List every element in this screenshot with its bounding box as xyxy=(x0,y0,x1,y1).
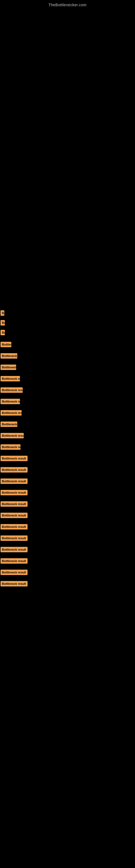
result-item: Bottleneck result xyxy=(0,558,135,565)
result-badge[interactable]: Bottleneck result xyxy=(1,410,21,415)
results-area: Bottleneck resultBottleneck resultBottle… xyxy=(0,308,135,592)
result-item: Bottleneck result xyxy=(0,569,135,576)
result-item: Bottleneck result xyxy=(0,310,135,317)
result-badge[interactable]: Bottleneck result xyxy=(1,581,28,586)
result-item: Bottleneck result xyxy=(0,581,135,588)
result-badge[interactable]: Bottleneck result xyxy=(1,467,28,472)
result-badge[interactable]: Bottleneck result xyxy=(1,490,28,495)
result-badge[interactable]: Bottleneck result xyxy=(1,433,24,438)
result-badge[interactable]: Bottleneck result xyxy=(1,399,20,404)
result-badge[interactable]: Bottleneck result xyxy=(1,310,4,316)
result-item: Bottleneck result xyxy=(0,433,135,439)
result-item: Bottleneck result xyxy=(0,524,135,531)
result-badge[interactable]: Bottleneck result xyxy=(1,478,28,484)
chart-area xyxy=(0,9,135,308)
result-item: Bottleneck result xyxy=(0,467,135,474)
result-item: Bottleneck result xyxy=(0,353,135,360)
result-badge[interactable]: Bottleneck result xyxy=(1,353,17,359)
result-item: Bottleneck result xyxy=(0,444,135,451)
result-badge[interactable]: Bottleneck result xyxy=(1,422,17,427)
result-item: Bottleneck result xyxy=(0,456,135,462)
result-item: Bottleneck result xyxy=(0,320,135,327)
result-badge[interactable]: Bottleneck result xyxy=(1,501,28,507)
result-badge[interactable]: Bottleneck result xyxy=(1,330,5,335)
result-item: Bottleneck result xyxy=(0,342,135,348)
result-item: Bottleneck result xyxy=(0,365,135,371)
result-item: Bottleneck result xyxy=(0,547,135,553)
result-item: Bottleneck result xyxy=(0,535,135,542)
result-badge[interactable]: Bottleneck result xyxy=(1,513,28,518)
result-badge[interactable]: Bottleneck result xyxy=(1,456,28,461)
result-item: Bottleneck result xyxy=(0,410,135,416)
result-item: Bottleneck result xyxy=(0,513,135,519)
result-item: Bottleneck result xyxy=(0,399,135,405)
result-item: Bottleneck result xyxy=(0,501,135,508)
site-title: TheBottlenecker.com xyxy=(0,0,135,9)
result-item: Bottleneck result xyxy=(0,478,135,485)
result-badge[interactable]: Bottleneck result xyxy=(1,320,5,326)
result-item: Bottleneck result xyxy=(0,376,135,382)
result-item: Bottleneck result xyxy=(0,388,135,394)
result-badge[interactable]: Bottleneck result xyxy=(1,365,16,370)
result-badge[interactable]: Bottleneck result xyxy=(1,569,28,575)
result-item: Bottleneck result xyxy=(0,422,135,428)
result-badge[interactable]: Bottleneck result xyxy=(1,342,11,347)
result-badge[interactable]: Bottleneck result xyxy=(1,558,28,564)
result-item: Bottleneck result xyxy=(0,330,135,336)
result-badge[interactable]: Bottleneck result xyxy=(1,535,28,541)
result-badge[interactable]: Bottleneck result xyxy=(1,388,23,393)
result-badge[interactable]: Bottleneck result xyxy=(1,376,20,381)
result-badge[interactable]: Bottleneck result xyxy=(1,547,28,552)
result-badge[interactable]: Bottleneck result xyxy=(1,524,28,529)
result-badge[interactable]: Bottleneck result xyxy=(1,444,20,450)
result-item: Bottleneck result xyxy=(0,490,135,496)
